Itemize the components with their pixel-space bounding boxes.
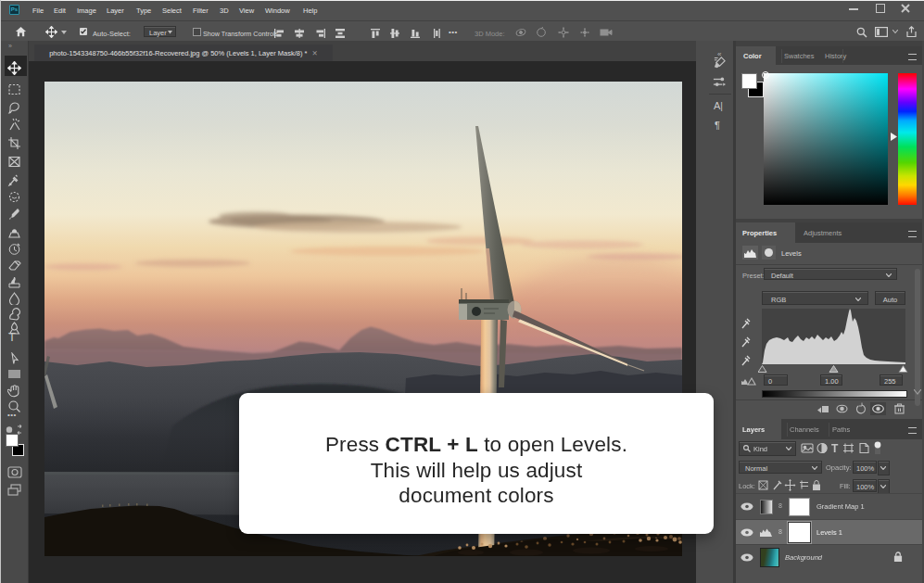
svg-text:T: T [831, 442, 839, 455]
